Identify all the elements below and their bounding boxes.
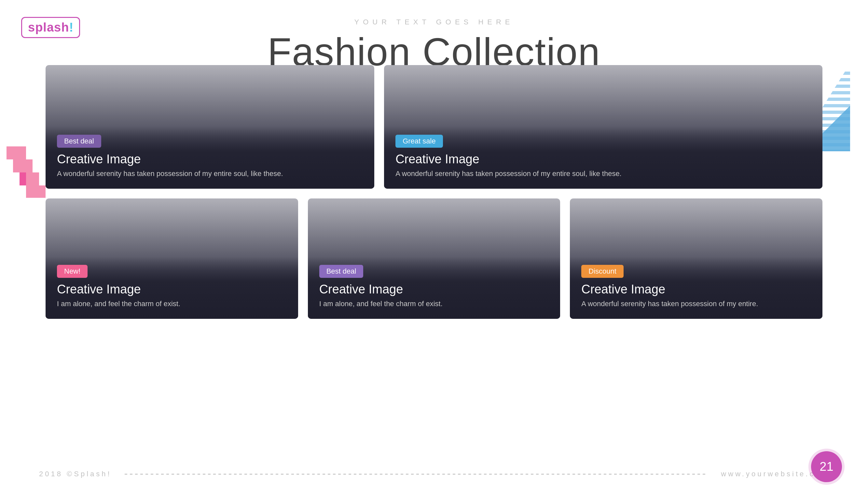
card-4-title: Creative Image bbox=[319, 282, 549, 296]
card-4-desc: I am alone, and feel the charm of exist. bbox=[319, 299, 549, 309]
card-2-inner: Great sale Creative Image A wonderful se… bbox=[384, 127, 823, 189]
card-5-inner: Discount Creative Image A wonderful sere… bbox=[570, 257, 823, 319]
card-3-title: Creative Image bbox=[57, 282, 287, 296]
svg-rect-18 bbox=[26, 186, 45, 198]
cards-row-1: Best deal Creative Image A wonderful ser… bbox=[45, 65, 823, 189]
svg-rect-19 bbox=[20, 172, 26, 186]
card-3: New! Creative Image I am alone, and feel… bbox=[45, 198, 298, 319]
card-5-badge: Discount bbox=[581, 265, 624, 278]
card-5-title: Creative Image bbox=[581, 282, 811, 296]
footer-copyright: 2018 ©Splash! bbox=[39, 470, 112, 478]
card-2: Great sale Creative Image A wonderful se… bbox=[384, 65, 823, 189]
logo-text: splash bbox=[28, 21, 69, 34]
logo-exclaim: ! bbox=[69, 21, 73, 34]
svg-rect-16 bbox=[13, 159, 33, 172]
footer: 2018 ©Splash! www.yourwebsite.com bbox=[0, 470, 868, 478]
page-number: 21 bbox=[811, 451, 842, 482]
card-4-inner: Best deal Creative Image I am alone, and… bbox=[308, 257, 560, 319]
svg-rect-15 bbox=[6, 147, 26, 159]
cards-container: Best deal Creative Image A wonderful ser… bbox=[45, 65, 823, 329]
card-3-badge: New! bbox=[57, 265, 88, 278]
card-4-badge: Best deal bbox=[319, 265, 364, 278]
deco-steps-icon bbox=[6, 147, 49, 198]
card-5: Discount Creative Image A wonderful sere… bbox=[570, 198, 823, 319]
card-5-desc: A wonderful serenity has taken possessio… bbox=[581, 299, 811, 309]
card-2-title: Creative Image bbox=[396, 152, 811, 166]
card-3-inner: New! Creative Image I am alone, and feel… bbox=[45, 257, 298, 319]
card-1: Best deal Creative Image A wonderful ser… bbox=[45, 65, 374, 189]
card-3-desc: I am alone, and feel the charm of exist. bbox=[57, 299, 287, 309]
card-2-desc: A wonderful serenity has taken possessio… bbox=[396, 169, 811, 179]
footer-divider bbox=[125, 474, 708, 475]
card-1-title: Creative Image bbox=[57, 152, 363, 166]
card-4: Best deal Creative Image I am alone, and… bbox=[308, 198, 560, 319]
card-1-desc: A wonderful serenity has taken possessio… bbox=[57, 169, 363, 179]
logo: splash! bbox=[21, 17, 80, 38]
header: YOUR TEXT GOES HERE Fashion Collection bbox=[0, 0, 868, 73]
card-2-badge: Great sale bbox=[396, 135, 443, 148]
header-subtitle: YOUR TEXT GOES HERE bbox=[0, 18, 868, 26]
card-1-inner: Best deal Creative Image A wonderful ser… bbox=[45, 127, 374, 189]
card-1-badge: Best deal bbox=[57, 135, 101, 148]
cards-row-2: New! Creative Image I am alone, and feel… bbox=[45, 198, 823, 319]
